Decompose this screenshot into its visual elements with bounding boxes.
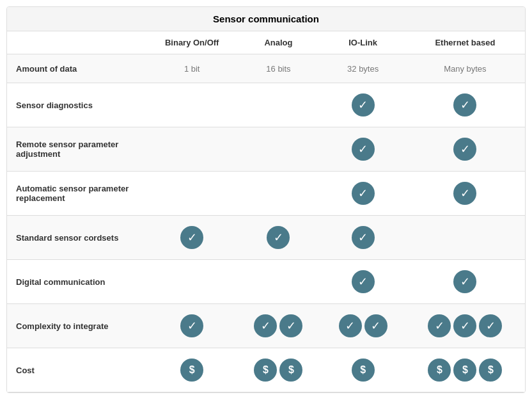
check-icons-group: ✓: [411, 92, 520, 118]
table-row: Amount of data1 bit16 bits32 bytesMany b…: [7, 54, 525, 83]
check-icon: ✓: [428, 314, 451, 337]
check-icon: ✓: [180, 226, 203, 249]
table-title: Sensor communication: [7, 7, 525, 31]
check-icon: ✓: [453, 270, 476, 293]
dollar-icons-group: $: [326, 357, 400, 383]
table-row: Sensor diagnostics✓✓: [7, 83, 525, 127]
check-icon: ✓: [352, 182, 375, 205]
feature-label: Complexity to integrate: [7, 304, 148, 348]
table-row: Digital communication✓✓: [7, 260, 525, 304]
cell-text-value: 32 bytes: [347, 64, 379, 74]
dollar-icons-group: $$$: [411, 357, 520, 383]
cell-ethernet: ✓: [405, 127, 525, 172]
check-icon: ✓: [180, 314, 203, 337]
cell-analog: $$: [236, 348, 320, 392]
check-icon: ✓: [352, 138, 375, 161]
col-header-analog: Analog: [236, 31, 320, 54]
check-icon: ✓: [453, 138, 476, 161]
cell-binary: 1 bit: [148, 54, 236, 83]
cell-iolink: ✓: [321, 260, 405, 304]
check-icon: ✓: [364, 314, 387, 337]
cell-text-value: 1 bit: [184, 64, 200, 74]
check-icon: ✓: [352, 93, 375, 117]
cell-ethernet: ✓✓✓: [405, 304, 525, 348]
cell-analog: 16 bits: [236, 54, 320, 83]
col-header-iolink: IO-Link: [321, 31, 405, 54]
dollar-icon: $: [254, 359, 277, 382]
cell-ethernet: Many bytes: [405, 54, 525, 83]
check-icon: ✓: [267, 226, 290, 249]
check-icons-group: ✓: [411, 136, 520, 162]
check-icons-group: ✓: [153, 225, 231, 250]
cell-iolink: 32 bytes: [321, 54, 405, 83]
dollar-icons-group: $$: [241, 357, 315, 383]
table-row: Complexity to integrate✓✓✓✓✓✓✓✓: [7, 304, 525, 348]
check-icon: ✓: [453, 93, 476, 117]
col-header-feature: [7, 31, 148, 54]
col-header-binary: Binary On/Off: [148, 31, 236, 54]
cell-analog: [236, 83, 320, 127]
check-icon: ✓: [479, 314, 502, 337]
sensor-communication-table: Sensor communication Binary On/Off Analo…: [6, 6, 526, 393]
dollar-icon: $: [453, 359, 476, 382]
check-icons-group: ✓: [326, 181, 400, 206]
feature-label: Sensor diagnostics: [7, 83, 148, 127]
check-icons-group: ✓: [153, 313, 231, 339]
cell-iolink: $: [321, 348, 405, 392]
cell-binary: $: [148, 348, 236, 392]
cell-iolink: ✓: [321, 83, 405, 127]
dollar-icon: $: [352, 359, 375, 382]
table-row: Remote sensor parameter adjustment✓✓: [7, 127, 525, 172]
cell-analog: ✓✓: [236, 304, 320, 348]
cell-analog: [236, 260, 320, 304]
dollar-icon: $: [479, 359, 502, 382]
cell-ethernet: ✓: [405, 260, 525, 304]
dollar-icon: $: [180, 359, 203, 382]
check-icons-group: ✓✓: [326, 313, 400, 339]
check-icon: ✓: [352, 270, 375, 293]
cell-text-value: Many bytes: [444, 64, 486, 74]
feature-label: Cost: [7, 348, 148, 392]
feature-label: Remote sensor parameter adjustment: [7, 127, 148, 172]
cell-iolink: ✓✓: [321, 304, 405, 348]
check-icons-group: ✓: [411, 269, 520, 294]
dollar-icons-group: $: [153, 357, 231, 383]
check-icon: ✓: [453, 182, 476, 205]
cell-analog: ✓: [236, 216, 320, 260]
feature-label: Amount of data: [7, 54, 148, 83]
check-icon: ✓: [279, 314, 302, 337]
table-row: Cost$$$$$$$: [7, 348, 525, 392]
table-row: Automatic sensor parameter replacement✓✓: [7, 172, 525, 216]
dollar-icon: $: [279, 359, 302, 382]
check-icons-group: ✓: [326, 136, 400, 162]
check-icon: ✓: [254, 314, 277, 337]
check-icon: ✓: [339, 314, 362, 337]
check-icons-group: ✓: [326, 92, 400, 118]
check-icons-group: ✓: [326, 269, 400, 294]
cell-ethernet: $$$: [405, 348, 525, 392]
col-header-ethernet: Ethernet based: [405, 31, 525, 54]
cell-binary: ✓: [148, 304, 236, 348]
cell-ethernet: [405, 216, 525, 260]
cell-binary: [148, 172, 236, 216]
check-icon: ✓: [453, 314, 476, 337]
cell-analog: [236, 127, 320, 172]
check-icons-group: ✓✓: [241, 313, 315, 339]
check-icons-group: ✓✓✓: [411, 313, 520, 339]
cell-ethernet: ✓: [405, 83, 525, 127]
cell-iolink: ✓: [321, 216, 405, 260]
cell-ethernet: ✓: [405, 172, 525, 216]
cell-binary: [148, 127, 236, 172]
feature-label: Automatic sensor parameter replacement: [7, 172, 148, 216]
table-row: Standard sensor cordsets✓✓✓: [7, 216, 525, 260]
cell-binary: [148, 260, 236, 304]
dollar-icon: $: [428, 359, 451, 382]
cell-analog: [236, 172, 320, 216]
cell-binary: [148, 83, 236, 127]
cell-iolink: ✓: [321, 127, 405, 172]
feature-label: Standard sensor cordsets: [7, 216, 148, 260]
feature-label: Digital communication: [7, 260, 148, 304]
check-icons-group: ✓: [326, 225, 400, 250]
check-icons-group: ✓: [411, 181, 520, 206]
cell-binary: ✓: [148, 216, 236, 260]
